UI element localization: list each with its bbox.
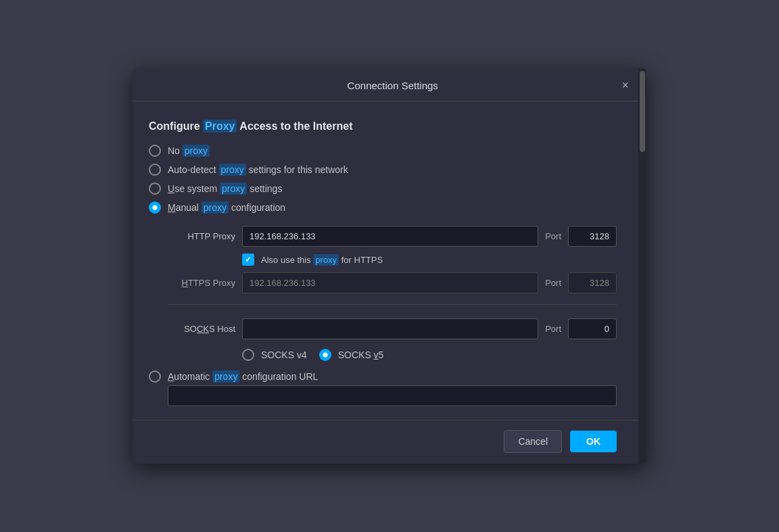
socks-v4-radio[interactable]	[242, 349, 254, 361]
http-port-input[interactable]	[568, 226, 617, 247]
auto-config-url-row	[168, 385, 617, 406]
use-system-highlight: proxy	[220, 183, 247, 195]
section-title: Configure Proxy Access to the Internet	[149, 120, 617, 132]
manual-proxy-label: Manual proxy configuration	[168, 202, 285, 213]
title-bar: Connection Settings ×	[133, 68, 646, 101]
divider	[168, 304, 617, 305]
dialog-title: Connection Settings	[168, 80, 617, 91]
cancel-button[interactable]: Cancel	[504, 430, 562, 453]
socks-v5-option[interactable]: SOCKS v5	[319, 349, 384, 361]
ok-button[interactable]: OK	[570, 431, 617, 452]
proxy-options-group: No proxy Auto-detect proxy settings for …	[149, 145, 617, 214]
https-proxy-input[interactable]	[242, 272, 538, 293]
http-port-label: Port	[545, 231, 561, 241]
socks-v4-option[interactable]: SOCKS v4	[242, 349, 307, 361]
scrollbar-track[interactable]	[638, 68, 646, 464]
no-proxy-label: No proxy	[168, 145, 210, 156]
content-area: Configure Proxy Access to the Internet N…	[133, 101, 638, 420]
manual-proxy-highlight: proxy	[202, 201, 229, 214]
http-proxy-label: HTTP Proxy	[168, 231, 235, 241]
http-proxy-input[interactable]	[242, 226, 538, 247]
auto-config-option[interactable]: Automatic proxy configuration URL	[149, 370, 617, 383]
no-proxy-option[interactable]: No proxy	[149, 145, 617, 157]
close-button[interactable]: ×	[617, 78, 633, 93]
socks-host-input[interactable]	[242, 318, 538, 339]
auto-config-label: Automatic proxy configuration URL	[168, 371, 318, 382]
manual-proxy-option[interactable]: Manual proxy configuration	[149, 201, 617, 214]
socks-port-label: Port	[545, 324, 561, 334]
section-title-proxy: Proxy	[203, 120, 237, 132]
also-use-https-checkbox[interactable]	[242, 253, 254, 266]
auto-config-section: Automatic proxy configuration URL	[149, 370, 617, 406]
also-use-https-row: Also use this proxy for HTTPS	[242, 253, 617, 266]
auto-detect-label: Auto-detect proxy settings for this netw…	[168, 164, 348, 175]
https-port-label: Port	[545, 278, 561, 288]
manual-proxy-fields: HTTP Proxy Port Also use this proxy for …	[168, 226, 617, 361]
auto-detect-radio[interactable]	[149, 164, 161, 176]
auto-config-url-input[interactable]	[168, 385, 617, 406]
section-title-prefix: Configure	[149, 120, 203, 132]
https-proxy-label: HTTPS Proxy	[168, 278, 235, 288]
auto-detect-highlight: proxy	[219, 164, 246, 176]
no-proxy-radio[interactable]	[149, 145, 161, 157]
socks-v5-radio[interactable]	[319, 349, 331, 361]
also-use-https-label: Also use this proxy for HTTPS	[261, 255, 383, 265]
also-use-proxy-highlight: proxy	[313, 254, 339, 266]
socks-host-label: SOCKS Host	[168, 324, 235, 334]
use-system-radio[interactable]	[149, 183, 161, 195]
socks-version-row: SOCKS v4 SOCKS v5	[242, 349, 617, 361]
socks-v4-label: SOCKS v4	[261, 349, 307, 360]
manual-proxy-radio[interactable]	[149, 201, 161, 214]
no-proxy-highlight: proxy	[183, 145, 210, 157]
connection-settings-dialog: Connection Settings × Configure Proxy Ac…	[133, 68, 646, 464]
socks-v5-label: SOCKS v5	[338, 349, 384, 360]
https-proxy-row: HTTPS Proxy Port	[168, 272, 617, 293]
scrollbar-thumb[interactable]	[640, 71, 645, 152]
use-system-option[interactable]: Use system proxy settings	[149, 183, 617, 195]
http-proxy-row: HTTP Proxy Port	[168, 226, 617, 247]
auto-config-proxy-highlight: proxy	[212, 370, 239, 383]
https-port-input[interactable]	[568, 272, 617, 293]
auto-config-radio[interactable]	[149, 370, 161, 383]
socks-port-input[interactable]	[568, 318, 617, 339]
auto-detect-option[interactable]: Auto-detect proxy settings for this netw…	[149, 164, 617, 176]
use-system-label: Use system proxy settings	[168, 183, 282, 194]
footer: Cancel OK	[133, 420, 638, 464]
socks-host-row: SOCKS Host Port	[168, 318, 617, 339]
section-title-suffix: Access to the Internet	[237, 120, 352, 132]
